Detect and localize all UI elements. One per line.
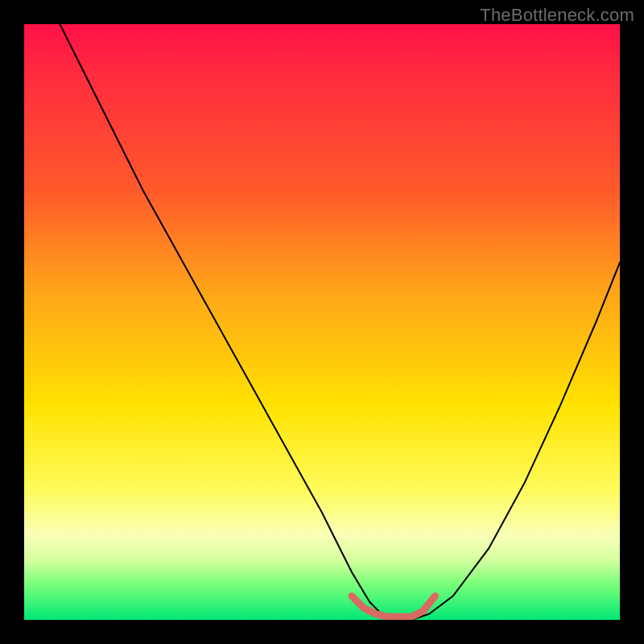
bottleneck-curve <box>60 24 620 620</box>
outer-frame: TheBottleneck.com <box>0 0 644 644</box>
watermark-text: TheBottleneck.com <box>480 5 634 26</box>
curve-layer <box>24 24 620 620</box>
plot-area <box>24 24 620 620</box>
flat-minimum-highlight <box>352 596 436 617</box>
